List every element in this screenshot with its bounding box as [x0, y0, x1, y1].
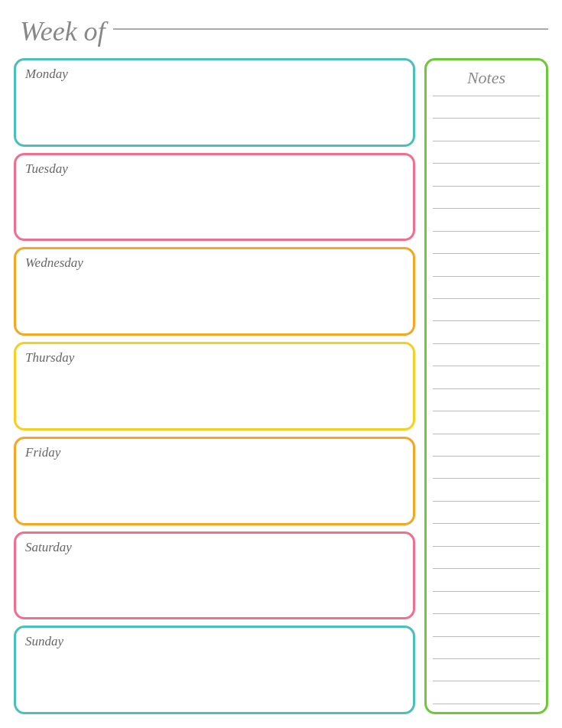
day-label-monday: Monday	[25, 67, 404, 82]
days-column: MondayTuesdayWednesdayThursdayFridaySatu…	[14, 58, 415, 714]
notes-section: Notes	[424, 58, 548, 714]
main-content: MondayTuesdayWednesdayThursdayFridaySatu…	[14, 58, 548, 714]
day-box-tuesday[interactable]: Tuesday	[14, 153, 415, 242]
notes-line	[433, 118, 540, 119]
day-label-tuesday: Tuesday	[25, 161, 404, 177]
week-of-label: Week of	[20, 15, 106, 47]
notes-line	[433, 523, 540, 524]
day-box-friday[interactable]: Friday	[14, 437, 415, 525]
notes-line	[433, 388, 540, 389]
weekly-planner-page: Week of MondayTuesdayWednesdayThursdayFr…	[0, 0, 562, 728]
day-label-wednesday: Wednesday	[25, 255, 404, 271]
notes-lines	[433, 96, 540, 704]
notes-line	[433, 208, 540, 209]
notes-line	[433, 163, 540, 164]
notes-line	[433, 636, 540, 637]
notes-line	[433, 456, 540, 457]
week-of-underline	[113, 28, 548, 30]
day-box-sunday[interactable]: Sunday	[14, 626, 415, 714]
day-label-saturday: Saturday	[25, 540, 404, 555]
notes-line	[433, 141, 540, 141]
notes-line	[433, 434, 540, 434]
day-box-thursday[interactable]: Thursday	[14, 342, 415, 431]
notes-line	[433, 253, 540, 254]
day-label-thursday: Thursday	[25, 350, 404, 366]
day-box-monday[interactable]: Monday	[14, 58, 415, 147]
notes-line	[433, 658, 540, 659]
notes-line	[433, 298, 540, 299]
notes-line	[433, 591, 540, 592]
notes-line	[433, 366, 540, 366]
notes-line	[433, 320, 540, 321]
notes-line	[433, 343, 540, 344]
notes-line	[433, 501, 540, 502]
day-box-wednesday[interactable]: Wednesday	[14, 247, 415, 336]
notes-line	[433, 681, 540, 681]
day-label-friday: Friday	[25, 445, 404, 460]
notes-line	[433, 478, 540, 479]
notes-line	[433, 96, 540, 96]
notes-title: Notes	[433, 68, 540, 88]
notes-line	[433, 546, 540, 547]
notes-line	[433, 276, 540, 277]
day-box-saturday[interactable]: Saturday	[14, 531, 415, 620]
notes-line	[433, 231, 540, 232]
notes-line	[433, 186, 540, 187]
header: Week of	[14, 15, 548, 47]
day-label-sunday: Sunday	[25, 634, 404, 649]
notes-line	[433, 411, 540, 411]
notes-line	[433, 613, 540, 614]
notes-line	[433, 568, 540, 569]
notes-line	[433, 704, 540, 704]
